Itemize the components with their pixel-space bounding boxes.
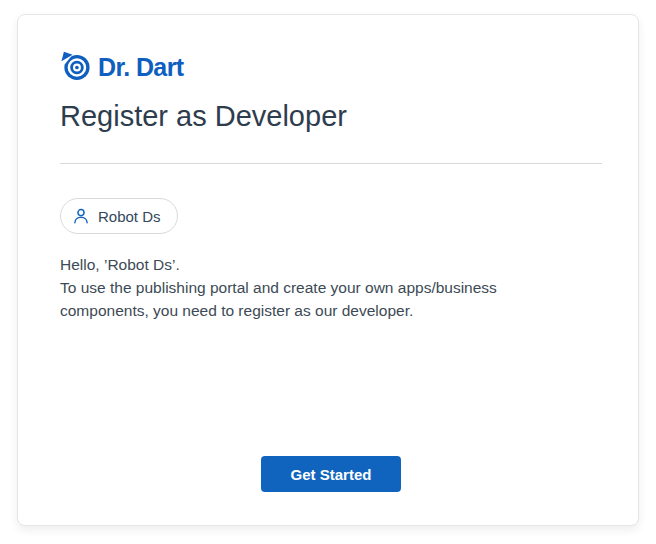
brand-name: Dr. Dart xyxy=(98,53,184,80)
user-chip-label: Robot Ds xyxy=(98,208,161,225)
page-title: Register as Developer xyxy=(60,97,602,135)
greeting-line: Hello, ’Robot Ds’. xyxy=(60,253,532,276)
welcome-message: Hello, ’Robot Ds’. To use the publishing… xyxy=(60,253,532,322)
divider xyxy=(60,163,602,164)
instruction-line: To use the publishing portal and create … xyxy=(60,276,532,322)
dart-target-icon xyxy=(60,51,91,82)
get-started-button[interactable]: Get Started xyxy=(261,456,401,492)
brand-logo: Dr. Dart xyxy=(60,51,602,82)
user-chip[interactable]: Robot Ds xyxy=(60,198,178,234)
person-icon xyxy=(72,207,90,225)
register-card: Dr. Dart Register as Developer Robot Ds … xyxy=(17,14,639,526)
actions-row: Get Started xyxy=(60,456,602,492)
